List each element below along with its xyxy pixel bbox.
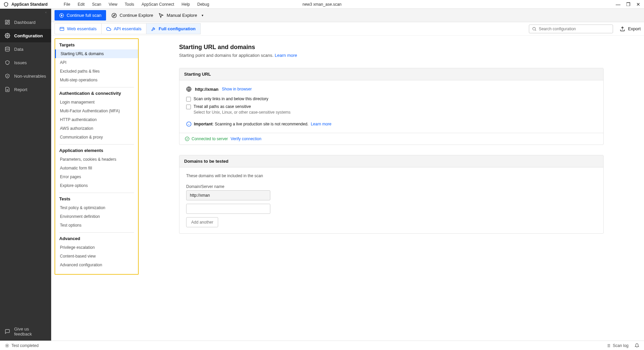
menu-file[interactable]: File (64, 2, 70, 7)
tree-item-error-pages[interactable]: Error pages (55, 172, 138, 181)
domain-input-1[interactable] (186, 190, 270, 200)
tree-item-excluded-paths[interactable]: Excluded paths & files (55, 67, 138, 76)
sidebar-item-report[interactable]: Report (0, 83, 51, 96)
case-sensitive-note: Select for Unix, Linux, or other case-se… (194, 110, 597, 115)
globe-icon (186, 86, 192, 92)
card-header-domains: Domains to be tested (179, 155, 603, 167)
svg-rect-2 (8, 22, 9, 24)
sidebar-item-issues[interactable]: Issues (0, 56, 51, 69)
upload-icon (620, 26, 625, 32)
search-input-wrapper[interactable] (529, 25, 613, 33)
tab-web-essentials[interactable]: Web essentials (55, 24, 102, 34)
shield-icon (5, 60, 10, 65)
verify-connection-link[interactable]: Verify connection (231, 137, 261, 141)
tree-item-starting-url[interactable]: Starting URL & domains (55, 49, 138, 58)
menu-scan[interactable]: Scan (92, 2, 101, 7)
sidebar-item-label: Configuration (14, 33, 43, 38)
app-title: AppScan Standard (11, 2, 47, 7)
tree-item-env-def[interactable]: Environment definition (55, 212, 138, 221)
notifications-button[interactable] (635, 343, 639, 348)
status-icon (5, 343, 9, 348)
sidebar-item-non-vulnerables[interactable]: Non-vulnerables (0, 69, 51, 83)
sidebar-item-label: Non-vulnerables (14, 74, 46, 79)
sidebar-item-data[interactable]: Data (0, 42, 51, 56)
tree-item-test-policy[interactable]: Test policy & optimization (55, 203, 138, 212)
menu-help[interactable]: Help (181, 2, 190, 7)
svg-marker-9 (61, 14, 63, 16)
document-name: new3 xman_ase.scan (302, 2, 341, 7)
menu-debug[interactable]: Debug (197, 2, 209, 7)
menubar: File Edit Scan View Tools AppScan Connec… (64, 2, 209, 7)
tree-group-tests: Tests (55, 193, 138, 203)
tree-group-app-elements: Application elements (55, 145, 138, 155)
sidebar-item-feedback[interactable]: Give us feedback (0, 322, 51, 341)
manual-explore-button[interactable]: Manual Explore ▾ (159, 13, 203, 18)
play-circle-icon (59, 13, 64, 18)
scan-log-label: Scan log (613, 343, 629, 348)
button-label: Continue Explore (120, 13, 153, 18)
menu-appscan-connect[interactable]: AppScan Connect (142, 2, 174, 7)
continue-explore-button[interactable]: Continue Explore (111, 13, 153, 18)
main-panel: Starting URL and domains Starting point … (139, 36, 644, 341)
globe-icon (60, 27, 64, 31)
tree-item-api[interactable]: API (55, 58, 138, 67)
tree-item-params[interactable]: Parameters, cookies & headers (55, 155, 138, 164)
checkbox-label: Treat all paths as case sensitive (194, 104, 251, 109)
domain-field-label: Domain/Server name (186, 184, 597, 189)
svg-point-23 (6, 345, 8, 346)
scan-log-button[interactable]: Scan log (606, 343, 629, 348)
tree-item-login[interactable]: Login management (55, 98, 138, 107)
case-sensitive-checkbox[interactable] (186, 105, 191, 109)
page-title: Starting URL and domains (179, 44, 604, 51)
tree-item-aws[interactable]: AWS authorization (55, 124, 138, 133)
sidebar-item-dashboard[interactable]: Dashboard (0, 15, 51, 29)
sidebar-collapse-icon[interactable]: ‹ (0, 9, 51, 15)
toolbar: Continue full scan Continue Explore Manu… (51, 9, 644, 22)
learn-more-link[interactable]: Learn more (275, 53, 297, 58)
window-close-icon[interactable]: ✕ (636, 2, 641, 7)
shield-check-icon (5, 73, 10, 79)
menu-view[interactable]: View (109, 2, 117, 7)
tab-full-configuration[interactable]: Full configuration (146, 24, 200, 34)
sidebar-item-label: Issues (14, 60, 27, 65)
info-icon (186, 121, 192, 127)
sidebar-item-label: Data (14, 47, 23, 52)
tree-item-content-view[interactable]: Content-based view (55, 252, 138, 261)
sidebar-item-configuration[interactable]: Configuration (0, 29, 51, 42)
menu-tools[interactable]: Tools (125, 2, 134, 7)
footer-status-text: Test completed (11, 343, 39, 348)
tree-item-priv-esc[interactable]: Privilege escalation (55, 243, 138, 252)
app-logo-icon (3, 2, 9, 7)
tree-item-mfa[interactable]: Multi-Factor Authentication (MFA) (55, 107, 138, 115)
menu-edit[interactable]: Edit (78, 2, 85, 7)
tree-item-explore-options[interactable]: Explore options (55, 181, 138, 190)
titlebar: AppScan Standard File Edit Scan View Too… (0, 0, 644, 9)
tree-item-test-options[interactable]: Test options (55, 221, 138, 230)
button-label: Continue full scan (67, 13, 101, 18)
search-input[interactable] (539, 27, 610, 31)
tree-item-adv-config[interactable]: Advanced configuration (55, 261, 138, 269)
status-bar: Test completed Scan log (0, 341, 644, 350)
bell-icon (635, 343, 639, 348)
window-maximize-icon[interactable]: ❐ (626, 2, 631, 7)
tree-group-auth: Authentication & connectivity (55, 87, 138, 98)
dashboard-icon (5, 20, 10, 25)
scan-only-below-checkbox[interactable] (186, 97, 191, 102)
tree-item-multistep[interactable]: Multi-step operations (55, 76, 138, 84)
add-another-button[interactable]: Add another (186, 217, 218, 227)
show-in-browser-link[interactable]: Show in browser (222, 87, 252, 91)
tree-item-comm-proxy[interactable]: Communication & proxy (55, 133, 138, 142)
svg-point-4 (7, 35, 8, 36)
continue-full-scan-button[interactable]: Continue full scan (55, 10, 106, 21)
tree-item-autofill[interactable]: Automatic form fill (55, 164, 138, 172)
tab-api-essentials[interactable]: API essentials (102, 24, 146, 34)
important-learn-more-link[interactable]: Learn more (311, 122, 331, 126)
search-icon (532, 27, 537, 31)
export-button[interactable]: Export (620, 26, 641, 32)
window-minimize-icon[interactable]: — (616, 2, 620, 7)
svg-point-10 (112, 13, 116, 17)
gear-icon (5, 33, 10, 38)
domain-input-2[interactable] (186, 204, 270, 214)
chevron-down-icon: ▾ (202, 13, 203, 17)
tree-item-http-auth[interactable]: HTTP authentication (55, 115, 138, 124)
